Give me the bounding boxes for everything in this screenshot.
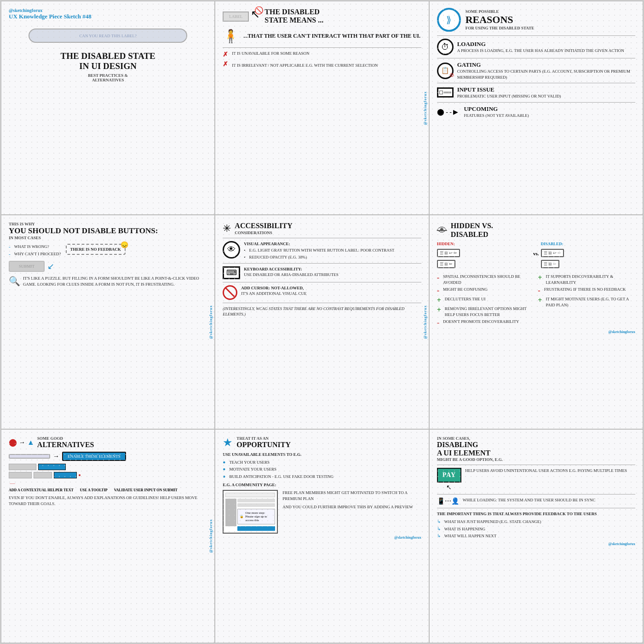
opp-item2: MOTIVATE YOUR USERS xyxy=(229,466,276,472)
eg-label: E.G. A COMMUNITY PAGE: xyxy=(223,482,421,488)
cell-mid-right: 👁 HIDDEN VS. DISABLED HIDDEN: ☰⊞↩✏ ☰⊞✏ xyxy=(429,215,643,429)
minus-d2: - xyxy=(538,287,540,295)
disabled-column-label: DISABLED: xyxy=(541,242,635,246)
puzzle-icon: 🔍 xyxy=(9,276,20,287)
arrow-fb3: ↳ xyxy=(437,533,441,538)
gating-icon: 📋 ⊘ xyxy=(437,63,454,79)
item2-text: WHY CAN'T I PROCEED? xyxy=(14,251,61,257)
dash-1: - xyxy=(9,244,11,249)
alternatives-title: ALTERNATIVES xyxy=(37,441,94,449)
handle-vert-c4: @sketchingforux xyxy=(209,305,213,339)
plus-h3: + xyxy=(437,296,441,305)
in-some-cases: IN SOME CASES, xyxy=(437,436,635,441)
screen-top-bar xyxy=(225,493,275,497)
main-title-line1: THE DISABLED STATE xyxy=(9,51,207,61)
bullet-v1: • xyxy=(244,247,245,253)
plus-d1: + xyxy=(538,274,542,282)
d-item1: IT SUPPORTS DISCOVERABILITY & LEARNABILI… xyxy=(546,274,635,285)
treat-it-label: TREAT IT AS AN xyxy=(236,436,291,441)
minus-h2: - xyxy=(437,287,439,295)
upcoming-title: UPCOMING xyxy=(464,105,529,113)
opportunity-title: OPPORTUNITY xyxy=(236,441,291,449)
eye-strikethrough-icon: 👁 xyxy=(437,224,447,236)
handle-vert-c7: @sketchingforux xyxy=(209,519,213,553)
gating-title: GATING xyxy=(457,61,635,69)
item1-text: WHAT IS WRONG? xyxy=(14,244,49,250)
screen-sidebar xyxy=(225,499,236,526)
disabled-toolbar-1: ☰⊞↩✏ xyxy=(541,249,564,257)
important-text: THE IMPORTANT THING IS THAT ALWAYS PROVI… xyxy=(437,511,635,517)
button-row-1 xyxy=(38,464,66,470)
dont-disable-title: YOU SHOULD NOT DISABLE BUTTONS: xyxy=(9,226,207,236)
arrow-right-icon: → xyxy=(53,453,59,460)
error-dot xyxy=(79,474,80,476)
visual-item1: E.G. LIGHT GRAY BUTTON WITH WHITE BUTTON… xyxy=(249,247,394,253)
loading-sync-desc: WHILE LOADING: THE SYSTEM AND THE USER S… xyxy=(463,497,596,503)
cell-mid-middle: ✳ ACCESSIBILITY CONSIDERATIONS 👁 VISUAL … xyxy=(215,215,429,429)
disabled-button-mock: SUBMIT xyxy=(9,261,45,272)
arrow-fb1: ↳ xyxy=(437,519,441,524)
disabled-input-mock xyxy=(9,454,50,459)
for-label: FOR USING THE DISABLED STATE xyxy=(466,26,535,30)
page: @sketchingforux UX Knowledge Piece Sketc… xyxy=(0,0,644,644)
error-hint: ___ xyxy=(10,480,207,484)
alt-icons: ⬤ → ▲ xyxy=(9,438,34,447)
dot-2: ● xyxy=(223,466,225,472)
plus-d3: + xyxy=(538,296,542,305)
cell-bot-right: IN SOME CASES, DISABLING A UI ELEMENT MI… xyxy=(429,429,643,643)
star-icon: ★ xyxy=(223,436,233,449)
loading-desc: A PROCESS IS LOADING, E.G. THE USER HAS … xyxy=(457,48,624,54)
accessibility-title: ACCESSIBILITY xyxy=(235,222,292,230)
keyboard-desc: USE DISABLED OR ARIA-DISABLED ATTRIBUTES xyxy=(244,272,339,278)
cant-interact-text: ...THAT THE USER CAN'T INTERACT WITH THA… xyxy=(243,33,420,40)
screen-desc1: FREE PLAN MEMBERS MIGHT GET MOTIVATED TO… xyxy=(282,490,421,501)
pay-desc: HELP USERS AVOID UNINTENTIONAL USER ACTI… xyxy=(465,468,627,474)
keyboard-icon: ⌨ xyxy=(223,266,240,279)
screen-mock: 🔒 One more step: Please sign up to acces… xyxy=(223,490,278,534)
puzzle-text: IT'S LIKE A PUZZLE. BUT FILLING IN A FOR… xyxy=(23,276,207,287)
disabled-toolbar-2: ☰⊞✏ xyxy=(541,260,559,268)
opp-item1: TEACH YOUR USERS xyxy=(229,460,270,466)
twitter-handle: @sketchingforux xyxy=(9,8,207,13)
handle-vert-c5: @sketchingforux xyxy=(423,305,427,339)
upcoming-desc: FEATURES (NOT YET AVAILABLE) xyxy=(464,113,529,119)
cell-top-middle: LABEL ↖ 🚫 THE DISABLED STATE MEANS ... 🧍… xyxy=(215,1,429,215)
main-title-line2: IN UI DESIGN xyxy=(9,61,207,71)
handle-c9: @sketchingforux xyxy=(437,542,635,546)
input-row-2 xyxy=(9,472,32,478)
badge-text: THERE IS NO FEEDBACK xyxy=(70,247,121,252)
input-issue-desc: PROBLEMATIC USER INPUT (MISSING OR NOT V… xyxy=(457,93,561,99)
disabled-label-example: CAN YOU READ THIS LABEL? xyxy=(29,29,187,43)
cell-top-right: ⟫ SOME POSSIBLE REASONS FOR USING THE DI… xyxy=(429,1,643,215)
h-item4: REMOVING IRRELEVANT OPTIONS MIGHT HELP U… xyxy=(445,306,535,317)
button-row-2 xyxy=(54,472,77,478)
x-icon-1: ✗ xyxy=(223,51,228,58)
enabled-btn-mock: ENABLE THESE ELEMENTS xyxy=(62,452,126,461)
ui-element-title: A UI ELEMENT xyxy=(437,449,635,457)
disabled-state-title2: STATE MEANS ... xyxy=(264,16,323,24)
even-if-body: EVEN IF YOU DON'T ENABLE, ALWAYS ADD EXP… xyxy=(9,495,207,506)
opp-item3: BUILD ANTICIPATION - E.G. USE FAKE DOOR … xyxy=(229,474,334,480)
cursor-title: ADD CURSOR: NOT-ALLOWED, xyxy=(241,285,306,291)
fb1-text: WHAT HAS JUST HAPPENED (E.G. STATE CHANG… xyxy=(444,519,541,525)
label-mock: LABEL xyxy=(223,12,249,22)
contextual-label: ADD A CONTEXTUAL HELPER TEXT xyxy=(9,488,74,492)
this-is-why-label: THIS IS WHY xyxy=(9,222,207,226)
hidden-toolbar-2: ☰⊞✏ xyxy=(437,260,455,268)
tooltip-label: USE A TOOLTIP xyxy=(80,488,108,492)
disabled-state-title1: THE DISABLED xyxy=(264,8,323,16)
x-icon-2: ✗ xyxy=(223,60,228,68)
plus-h4: + xyxy=(437,306,441,314)
cta-button xyxy=(237,526,275,531)
validate-label: VALIDATE USER INPUT ON SUBMIT xyxy=(114,488,178,492)
fb3-text: WHAT WILL HAPPEN NEXT xyxy=(444,533,497,539)
sad-icon: 😞 xyxy=(121,241,128,249)
loading-icon: ⏱ xyxy=(437,39,454,55)
vs-label: vs. xyxy=(533,242,539,256)
dot-1: ● xyxy=(223,460,225,465)
minus-h1: - xyxy=(437,274,439,282)
phone-loading-icon: 📱⋯👤 xyxy=(437,497,459,505)
screen-desc2: AND YOU COULD FURTHER IMPROVE THIS BY AD… xyxy=(282,504,421,510)
hidden-toolbar-1: ☰⊞↩✏ xyxy=(437,249,460,257)
cell-mid-left: THIS IS WHY YOU SHOULD NOT DISABLE BUTTO… xyxy=(1,215,215,429)
